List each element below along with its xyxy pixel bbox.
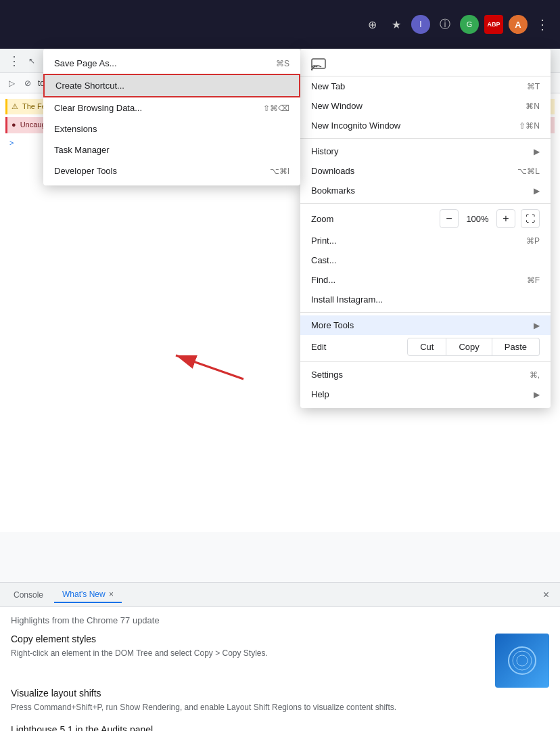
submenu-item-clear-data[interactable]: Clear Browsing Data... ⇧⌘⌫ [43, 97, 300, 118]
menu-sep-4 [300, 361, 551, 362]
menu-item-print[interactable]: Print... ⌘P [300, 231, 551, 250]
stop-icon[interactable]: ⊘ [22, 77, 34, 89]
menu-item-more-tools[interactable]: More Tools ▶ [300, 315, 551, 335]
menu-sep-2 [300, 203, 551, 204]
update-item-layout-shifts: Visualize layout shifts Press Command+Sh… [11, 688, 549, 713]
submenu-item-save-page[interactable]: Save Page As... ⌘S [43, 53, 300, 74]
update-item-desc-1: Right-click an element in the DOM Tree a… [11, 647, 487, 659]
update-item-copy-styles: Copy element styles Right-click an eleme… [11, 634, 549, 688]
update-item-lighthouse: Lighthouse 5.1 in the Audits panel [11, 724, 549, 731]
bottom-tabs: Console What's New × × [0, 583, 560, 607]
identity-icon[interactable]: I [411, 15, 430, 34]
fullscreen-button[interactable]: ⛶ [521, 209, 540, 228]
menu-item-downloads[interactable]: Downloads ⌥⌘L [300, 161, 551, 181]
update-item-title-2: Visualize layout shifts [11, 688, 549, 699]
menu-item-install[interactable]: Install Instagram... [300, 290, 551, 309]
svg-point-2 [517, 655, 528, 666]
abp-icon[interactable]: ABP [484, 15, 503, 34]
add-tab-icon[interactable]: ⊕ [363, 15, 381, 34]
svg-point-1 [513, 651, 532, 670]
menu-sep-3 [300, 312, 551, 313]
update-item-title-1: Copy element styles [11, 634, 487, 644]
cast-row [300, 53, 551, 76]
cut-button[interactable]: Cut [407, 338, 446, 356]
tab-close-icon[interactable]: × [109, 590, 114, 599]
chrome-menu-button[interactable]: ⋮ [533, 15, 552, 34]
extension-g-icon[interactable]: G [460, 15, 479, 34]
more-tools-submenu: Save Page As... ⌘S Create Shortcut... Cl… [43, 49, 300, 185]
menu-item-new-window[interactable]: New Window ⌘N [300, 96, 551, 116]
paste-button[interactable]: Paste [492, 338, 540, 356]
user-avatar[interactable]: A [509, 15, 528, 34]
submenu-item-extensions[interactable]: Extensions [43, 118, 300, 139]
chrome-menu: New Tab ⌘T New Window ⌘N New Incognito W… [300, 49, 551, 408]
zoom-plus-button[interactable]: + [496, 209, 515, 228]
tab-console-bottom[interactable]: Console [5, 588, 51, 602]
menu-item-new-tab[interactable]: New Tab ⌘T [300, 76, 551, 96]
warning-icon: ⚠ [11, 102, 18, 112]
zoom-control: Zoom − 100% + ⛶ [300, 206, 551, 231]
menu-item-find[interactable]: Find... ⌘F [300, 270, 551, 290]
menu-item-cast[interactable]: Cast... [300, 250, 551, 270]
copy-button[interactable]: Copy [446, 338, 492, 356]
menu-item-settings[interactable]: Settings ⌘, [300, 365, 551, 384]
bottom-panel: Console What's New × × Highlights from t… [0, 582, 560, 731]
update-title: Highlights from the Chrome 77 update [11, 615, 549, 625]
info-icon[interactable]: ⓘ [436, 15, 454, 34]
update-thumbnail [495, 634, 549, 688]
play-icon[interactable]: ▷ [5, 77, 18, 89]
submenu-item-create-shortcut[interactable]: Create Shortcut... [43, 74, 300, 97]
zoom-percent: 100% [464, 214, 491, 224]
menu-item-history[interactable]: History ▶ [300, 141, 551, 161]
update-item-desc-2: Press Command+Shift+P, run Show Renderin… [11, 701, 549, 713]
tab-whats-new[interactable]: What's New × [54, 587, 122, 603]
close-bottom-panel-button[interactable]: × [538, 589, 555, 601]
edit-row: Edit Cut Copy Paste [300, 335, 551, 359]
submenu-item-task-manager[interactable]: Task Manager [43, 139, 300, 160]
menu-item-incognito[interactable]: New Incognito Window ⇧⌘N [300, 116, 551, 135]
bottom-panel-content: Highlights from the Chrome 77 update Cop… [0, 607, 560, 731]
cursor-icon[interactable]: ↖ [26, 55, 38, 67]
submenu-item-dev-tools[interactable]: Developer Tools ⌥⌘I [43, 160, 300, 181]
browser-top-bar: ⊕ ★ I ⓘ G ABP A ⋮ [0, 0, 560, 49]
menu-item-bookmarks[interactable]: Bookmarks ▶ [300, 181, 551, 200]
update-item-title-3: Lighthouse 5.1 in the Audits panel [11, 724, 549, 731]
zoom-minus-button[interactable]: − [440, 209, 459, 228]
menu-sep-1 [300, 138, 551, 139]
menu-item-help[interactable]: Help ▶ [300, 384, 551, 404]
bookmark-icon[interactable]: ★ [387, 15, 406, 34]
devtools-more-icon[interactable]: ⋮ [5, 52, 23, 70]
error-icon: ● [11, 120, 16, 130]
